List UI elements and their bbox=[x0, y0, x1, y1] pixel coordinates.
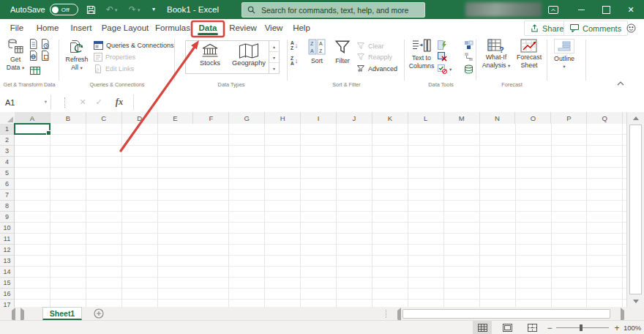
row-header-1[interactable]: 1 bbox=[0, 124, 14, 135]
zoom-level[interactable]: 100% bbox=[624, 321, 641, 334]
hscroll-right-button[interactable] bbox=[621, 311, 627, 319]
row-header-17[interactable]: 17 bbox=[0, 300, 14, 307]
gallery-more-button[interactable]: ▾ bbox=[269, 63, 279, 73]
column-header-L[interactable]: L bbox=[408, 112, 444, 124]
page-break-preview-button[interactable] bbox=[523, 321, 542, 334]
what-if-analysis-button[interactable]: ? What-If Analysis ▾ bbox=[480, 39, 512, 70]
fill-handle[interactable] bbox=[46, 130, 51, 136]
row-header-11[interactable]: 11 bbox=[0, 234, 14, 245]
queries-connections-button[interactable]: Queries & Connections bbox=[94, 41, 174, 50]
vertical-scroll-thumb[interactable] bbox=[629, 125, 642, 294]
collapse-ribbon-button[interactable] bbox=[617, 81, 624, 86]
filter-button[interactable]: Filter bbox=[331, 39, 354, 65]
redo-button[interactable]: ↷ ▾ bbox=[129, 0, 141, 19]
row-header-10[interactable]: 10 bbox=[0, 223, 14, 234]
gallery-up-button[interactable]: ▴ bbox=[269, 41, 279, 52]
tab-view[interactable]: View bbox=[262, 19, 285, 37]
ribbon-display-options-button[interactable] bbox=[545, 0, 561, 19]
customize-quick-access-button[interactable]: ▾ bbox=[152, 0, 155, 19]
tab-formulas[interactable]: Formulas bbox=[154, 19, 192, 37]
zoom-slider-thumb[interactable] bbox=[580, 324, 583, 331]
column-header-P[interactable]: P bbox=[551, 112, 587, 124]
column-header-I[interactable]: I bbox=[301, 112, 337, 124]
sort-descending-button[interactable]: ZA ↓ bbox=[291, 56, 298, 67]
feedback-button[interactable] bbox=[622, 19, 640, 37]
from-web-button[interactable] bbox=[29, 51, 38, 61]
flash-fill-button[interactable] bbox=[438, 40, 447, 50]
tab-scroll-splitter[interactable] bbox=[386, 310, 386, 318]
next-sheet-button[interactable] bbox=[20, 311, 27, 319]
row-header-4[interactable]: 4 bbox=[0, 157, 14, 168]
column-header-C[interactable]: C bbox=[86, 112, 122, 124]
column-header-F[interactable]: F bbox=[193, 112, 229, 124]
stocks-button[interactable]: Stocks bbox=[192, 42, 228, 70]
scroll-down-button[interactable] bbox=[627, 296, 644, 307]
insert-function-button[interactable]: fx bbox=[111, 94, 127, 110]
row-header-3[interactable]: 3 bbox=[0, 146, 14, 157]
row-header-14[interactable]: 14 bbox=[0, 267, 14, 278]
advanced-filter-button[interactable]: Advanced bbox=[356, 64, 397, 73]
column-header-K[interactable]: K bbox=[372, 112, 408, 124]
autosave-pill[interactable]: Off bbox=[50, 4, 78, 15]
tab-review[interactable]: Review bbox=[227, 19, 259, 37]
column-header-D[interactable]: D bbox=[122, 112, 158, 124]
from-text-csv-button[interactable] bbox=[29, 39, 38, 49]
dropdown-caret-icon[interactable]: ▾ bbox=[449, 67, 452, 73]
row-header-2[interactable]: 2 bbox=[0, 135, 14, 146]
maximize-button[interactable] bbox=[599, 0, 613, 19]
column-header-B[interactable]: B bbox=[50, 112, 86, 124]
hscroll-left-button[interactable] bbox=[394, 311, 401, 319]
minimize-button[interactable] bbox=[574, 0, 588, 19]
refresh-all-button[interactable]: Refresh All ▾ bbox=[63, 38, 91, 73]
geography-button[interactable]: Geography bbox=[228, 42, 269, 70]
from-table-range-button[interactable] bbox=[30, 66, 40, 75]
row-header-5[interactable]: 5 bbox=[0, 168, 14, 179]
remove-duplicates-button[interactable] bbox=[438, 52, 447, 62]
text-to-columns-button[interactable]: Text to Columns bbox=[407, 39, 436, 71]
row-header-7[interactable]: 7 bbox=[0, 190, 14, 201]
row-header-16[interactable]: 16 bbox=[0, 289, 14, 300]
column-header-J[interactable]: J bbox=[337, 112, 372, 124]
consolidate-button[interactable] bbox=[464, 40, 473, 50]
tab-insert[interactable]: Insert bbox=[67, 19, 95, 37]
column-header-O[interactable]: O bbox=[515, 112, 551, 124]
row-header-8[interactable]: 8 bbox=[0, 201, 14, 212]
cells-area[interactable] bbox=[15, 124, 626, 307]
normal-view-button[interactable] bbox=[473, 321, 492, 334]
sort-ascending-button[interactable]: AZ ↓ bbox=[291, 41, 298, 51]
search-bar[interactable] bbox=[242, 2, 425, 18]
column-header-G[interactable]: G bbox=[229, 112, 265, 124]
row-header-9[interactable]: 9 bbox=[0, 212, 14, 223]
forecast-sheet-button[interactable]: Forecast Sheet bbox=[514, 39, 544, 70]
sheet-tab-sheet1[interactable]: Sheet1 bbox=[42, 307, 82, 320]
tab-page-layout[interactable]: Page Layout bbox=[101, 19, 149, 37]
horizontal-scroll-thumb[interactable] bbox=[402, 309, 610, 319]
get-data-button[interactable]: Get Data ▾ bbox=[3, 38, 28, 73]
relationships-button[interactable] bbox=[464, 52, 473, 62]
row-header-15[interactable]: 15 bbox=[0, 278, 14, 289]
comments-button[interactable]: Comments bbox=[564, 21, 628, 36]
row-header-13[interactable]: 13 bbox=[0, 256, 14, 267]
column-header-A[interactable]: A bbox=[15, 112, 50, 124]
page-layout-view-button[interactable] bbox=[498, 321, 517, 334]
close-button[interactable]: ✕ bbox=[622, 0, 640, 19]
column-header-M[interactable]: M bbox=[444, 112, 480, 124]
formula-input[interactable] bbox=[133, 94, 644, 110]
column-header-H[interactable]: H bbox=[265, 112, 301, 124]
select-all-corner[interactable] bbox=[0, 112, 15, 125]
tab-home[interactable]: Home bbox=[34, 19, 61, 37]
previous-sheet-button[interactable] bbox=[9, 311, 15, 319]
tab-data[interactable]: Data bbox=[195, 19, 221, 37]
tab-help[interactable]: Help bbox=[290, 19, 313, 37]
column-header-N[interactable]: N bbox=[480, 112, 516, 124]
outline-button[interactable]: Outline ▾ bbox=[550, 39, 579, 70]
formula-bar-splitter[interactable] bbox=[64, 97, 65, 108]
selected-cell-A1[interactable] bbox=[14, 123, 50, 135]
row-header-12[interactable]: 12 bbox=[0, 245, 14, 256]
existing-connections-button[interactable] bbox=[40, 51, 50, 61]
column-header-Q[interactable]: Q bbox=[587, 112, 623, 124]
save-button[interactable] bbox=[86, 0, 96, 19]
tab-file[interactable]: File bbox=[7, 19, 26, 37]
undo-button[interactable]: ↶ ▾ bbox=[106, 0, 118, 19]
row-header-6[interactable]: 6 bbox=[0, 179, 14, 190]
